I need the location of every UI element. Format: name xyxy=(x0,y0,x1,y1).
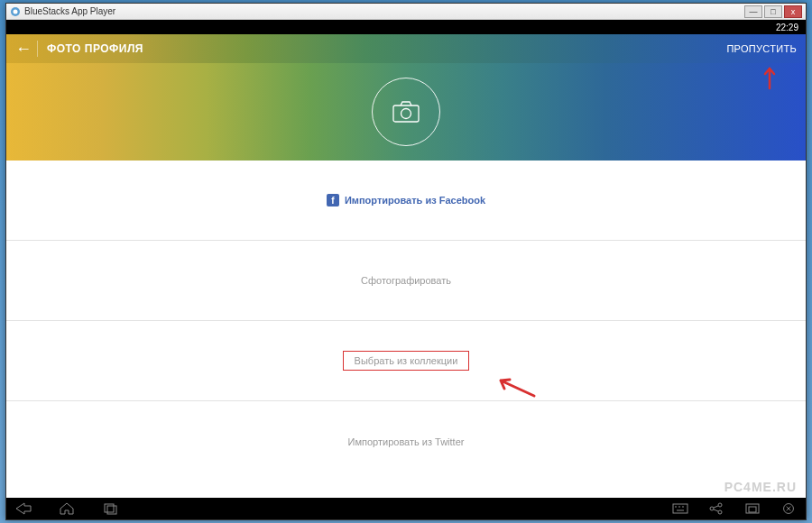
svg-rect-4 xyxy=(105,504,114,512)
facebook-label: Импортировать из Facebook xyxy=(345,195,485,206)
android-status-bar: 22:29 xyxy=(6,20,806,34)
android-nav-bar xyxy=(6,498,806,519)
gallery-highlight: Выбрать из коллекции xyxy=(343,351,470,371)
skip-button[interactable]: ПРОПУСТИТЬ xyxy=(726,43,797,54)
bluestacks-icon xyxy=(10,6,21,17)
header-divider xyxy=(37,41,38,57)
choose-gallery-option[interactable]: Выбрать из коллекции xyxy=(6,321,806,401)
photo-label: Сфотографировать xyxy=(361,275,451,286)
facebook-icon: f xyxy=(327,194,339,206)
svg-rect-6 xyxy=(673,504,687,513)
svg-point-13 xyxy=(718,510,722,514)
watermark: PC4ME.RU xyxy=(724,480,797,494)
maximize-button[interactable]: □ xyxy=(764,5,782,18)
app-window: BlueStacks App Player — □ x 22:29 ← ФОТО… xyxy=(5,3,807,520)
svg-rect-5 xyxy=(107,506,116,514)
svg-point-11 xyxy=(710,507,714,510)
twitter-label: Импортировать из Twitter xyxy=(348,436,465,447)
nav-share-icon[interactable] xyxy=(708,502,724,515)
svg-rect-2 xyxy=(393,106,419,122)
app-header: ← ФОТО ПРОФИЛЯ ПРОПУСТИТЬ xyxy=(6,34,806,63)
status-time: 22:29 xyxy=(776,23,798,32)
nav-home-icon[interactable] xyxy=(59,502,75,515)
nav-exit-icon[interactable] xyxy=(780,502,797,515)
back-arrow-icon[interactable]: ← xyxy=(15,40,32,59)
window-titlebar: BlueStacks App Player — □ x xyxy=(6,4,806,20)
gallery-label: Выбрать из коллекции xyxy=(355,355,458,366)
hero-gradient xyxy=(6,63,806,161)
nav-recent-icon[interactable] xyxy=(102,502,118,515)
nav-back-icon[interactable] xyxy=(15,502,32,515)
nav-fullscreen-icon[interactable] xyxy=(744,502,761,515)
take-photo-option[interactable]: Сфотографировать xyxy=(6,241,806,321)
svg-line-14 xyxy=(714,506,718,508)
svg-line-15 xyxy=(714,509,718,511)
camera-icon xyxy=(392,101,420,123)
import-twitter-option[interactable]: Импортировать из Twitter xyxy=(6,401,806,482)
window-controls: — □ x xyxy=(744,5,802,18)
nav-keyboard-icon[interactable] xyxy=(672,502,688,515)
svg-rect-17 xyxy=(749,507,756,512)
svg-point-12 xyxy=(718,503,722,507)
window-title: BlueStacks App Player xyxy=(24,6,744,16)
import-facebook-option[interactable]: f Импортировать из Facebook xyxy=(6,161,806,241)
minimize-button[interactable]: — xyxy=(744,5,762,18)
svg-point-1 xyxy=(14,9,18,14)
svg-point-3 xyxy=(401,109,411,119)
camera-circle-button[interactable] xyxy=(372,78,440,146)
close-button[interactable]: x xyxy=(784,5,802,18)
page-title: ФОТО ПРОФИЛЯ xyxy=(47,42,726,55)
options-list: f Импортировать из Facebook Сфотографиро… xyxy=(6,161,806,482)
